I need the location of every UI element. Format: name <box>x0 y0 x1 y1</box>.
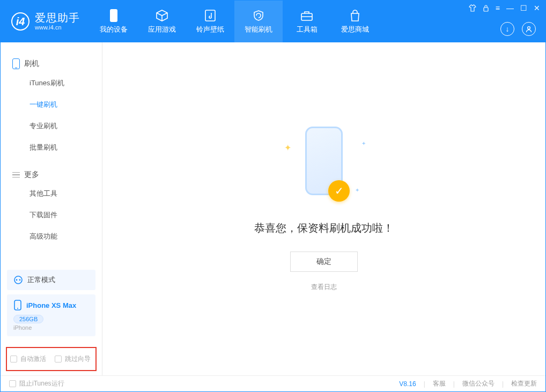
svg-point-6 <box>16 279 18 281</box>
sparkle-icon: ✦ <box>284 143 291 153</box>
svg-point-7 <box>19 279 21 281</box>
nav-flash[interactable]: 智能刷机 <box>234 1 283 42</box>
refresh-shield-icon <box>252 9 265 22</box>
main-panel: ✦ ✦ ✦ ✓ 恭喜您，保资料刷机成功啦！ 确定 查看日志 <box>102 42 545 375</box>
sidebar-item-batch-flash[interactable]: 批量刷机 <box>1 137 102 158</box>
phone-icon <box>107 9 120 22</box>
svg-point-4 <box>528 27 530 29</box>
checkbox-skip-guide[interactable]: 跳过向导 <box>55 354 91 364</box>
checkbox-block-itunes[interactable]: 阻止iTunes运行 <box>9 379 64 388</box>
svg-point-5 <box>14 276 22 284</box>
nav-store[interactable]: 爱思商城 <box>331 1 379 42</box>
footer-support-link[interactable]: 客服 <box>433 379 446 388</box>
device-mode-card[interactable]: 正常模式 <box>7 270 95 290</box>
header: i4 爱思助手 www.i4.cn 我的设备 应用游戏 铃声壁纸 智能刷机 工具… <box>1 1 545 42</box>
checkbox-icon <box>55 356 62 363</box>
sidebar-group-more: 更多 <box>1 167 102 183</box>
device-info-card[interactable]: iPhone XS Max 256GB iPhone <box>7 294 95 336</box>
device-phone-icon <box>13 300 22 310</box>
user-icon[interactable] <box>522 22 536 36</box>
device-storage: 256GB <box>13 315 43 323</box>
nav-my-device[interactable]: 我的设备 <box>90 1 138 42</box>
checkbox-auto-activate[interactable]: 自动激活 <box>10 354 46 364</box>
lock-icon[interactable] <box>483 4 489 12</box>
nav-apps[interactable]: 应用游戏 <box>138 1 186 42</box>
music-note-icon <box>204 9 217 22</box>
list-icon <box>12 172 20 178</box>
ok-button[interactable]: 确定 <box>290 252 358 272</box>
checkbox-icon <box>10 356 17 363</box>
logo-icon: i4 <box>11 12 29 31</box>
sidebar-item-pro-flash[interactable]: 专业刷机 <box>1 115 102 137</box>
svg-rect-3 <box>484 8 488 11</box>
highlight-options-box: 自动激活 跳过向导 <box>6 347 97 371</box>
svg-point-9 <box>17 308 18 309</box>
svg-rect-0 <box>110 9 117 22</box>
logo-block: i4 爱思助手 www.i4.cn <box>1 1 90 42</box>
download-icon[interactable]: ↓ <box>500 22 514 36</box>
footer-wechat-link[interactable]: 微信公众号 <box>462 379 495 388</box>
svg-rect-1 <box>205 10 215 21</box>
sidebar-item-other-tools[interactable]: 其他工具 <box>1 183 102 204</box>
app-subtitle: www.i4.cn <box>35 24 80 31</box>
close-button[interactable]: ✕ <box>534 4 540 12</box>
device-mode-label: 正常模式 <box>27 275 55 285</box>
app-title: 爱思助手 <box>35 12 80 24</box>
checkbox-icon <box>9 380 16 387</box>
toolbox-icon <box>300 9 313 22</box>
bag-icon <box>349 9 361 22</box>
top-nav: 我的设备 应用游戏 铃声壁纸 智能刷机 工具箱 爱思商城 <box>90 1 379 42</box>
sidebar-item-download-firmware[interactable]: 下载固件 <box>1 204 102 226</box>
version-label: V8.16 <box>399 380 416 388</box>
nav-toolbox[interactable]: 工具箱 <box>283 1 331 42</box>
device-name: iPhone XS Max <box>26 301 76 309</box>
sidebar-item-advanced[interactable]: 高级功能 <box>1 226 102 247</box>
footer-check-update-link[interactable]: 检查更新 <box>511 379 537 388</box>
check-badge-icon: ✓ <box>328 180 350 202</box>
sidebar: 刷机 iTunes刷机 一键刷机 专业刷机 批量刷机 更多 其他工具 下载固件 … <box>1 42 102 375</box>
cube-icon <box>156 9 168 22</box>
sidebar-item-onekey-flash[interactable]: 一键刷机 <box>1 94 102 115</box>
phone-small-icon <box>12 58 20 69</box>
menu-icon[interactable]: ≡ <box>496 4 500 12</box>
sidebar-group-flash: 刷机 <box>1 55 102 72</box>
window-controls: ≡ — ☐ ✕ <box>469 4 540 12</box>
device-family: iPhone <box>13 324 89 331</box>
success-message: 恭喜您，保资料刷机成功啦！ <box>254 221 394 235</box>
sync-icon <box>13 275 23 285</box>
sparkle-icon: ✦ <box>361 140 366 146</box>
maximize-button[interactable]: ☐ <box>520 4 527 12</box>
shirt-icon[interactable] <box>469 4 476 12</box>
minimize-button[interactable]: — <box>506 4 514 12</box>
sidebar-item-itunes-flash[interactable]: iTunes刷机 <box>1 72 102 94</box>
success-illustration: ✦ ✦ ✦ ✓ <box>281 127 367 207</box>
footer: 阻止iTunes运行 V8.16 | 客服 | 微信公众号 | 检查更新 <box>1 375 545 391</box>
nav-ringtones[interactable]: 铃声壁纸 <box>186 1 234 42</box>
view-log-link[interactable]: 查看日志 <box>311 283 337 292</box>
sparkle-icon: ✦ <box>355 187 359 193</box>
